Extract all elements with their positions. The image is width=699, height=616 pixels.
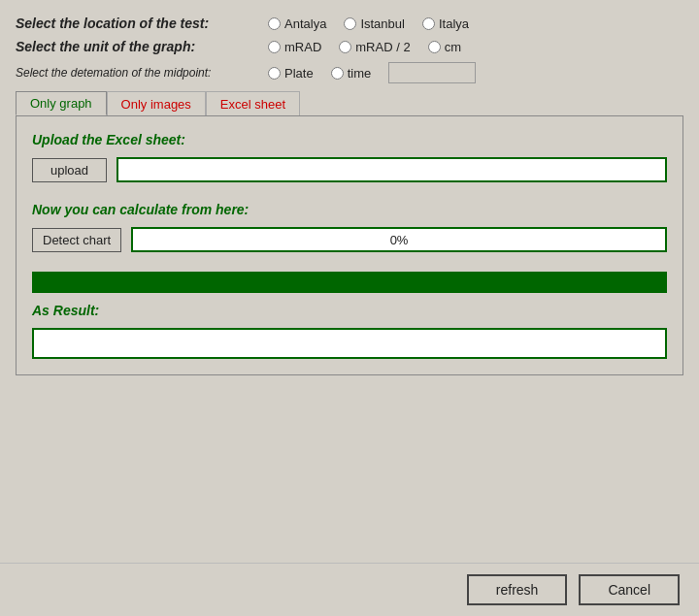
location-istanbul[interactable]: Istanbul xyxy=(344,16,405,31)
unit-cm-radio[interactable] xyxy=(428,41,441,53)
tabs: Only graph Only images Excel sheet xyxy=(16,91,683,115)
result-section: As Result: xyxy=(32,303,667,359)
detemation-time-radio[interactable] xyxy=(331,67,344,80)
detemation-time[interactable]: time xyxy=(331,66,372,81)
calculate-label: Now you can calculate from here: xyxy=(32,202,667,217)
unit-mrad-label: mRAD xyxy=(284,40,321,54)
progress-container: Detect chart 0% xyxy=(32,227,667,252)
unit-row: Select the unit of the graph: mRAD mRAD … xyxy=(16,39,683,54)
location-radio-group: Antalya Istanbul Italya xyxy=(268,16,469,31)
unit-mrad[interactable]: mRAD xyxy=(268,40,321,54)
location-italya[interactable]: Italya xyxy=(422,16,469,31)
cancel-button[interactable]: Cancel xyxy=(579,574,680,605)
location-italya-radio[interactable] xyxy=(422,17,435,30)
location-antalya-label: Antalya xyxy=(284,16,326,31)
upload-button[interactable]: upload xyxy=(32,158,107,182)
location-italya-label: Italya xyxy=(439,16,469,31)
unit-mrad2[interactable]: mRAD / 2 xyxy=(339,40,410,54)
location-label: Select the location of the test: xyxy=(16,16,268,31)
green-progress-bar xyxy=(32,272,667,293)
detemation-plate[interactable]: Plate xyxy=(268,66,314,81)
unit-label: Select the unit of the graph: xyxy=(16,39,268,54)
detemation-radio-group: Plate time xyxy=(268,62,476,83)
unit-mrad2-label: mRAD / 2 xyxy=(355,40,410,54)
result-input[interactable] xyxy=(32,328,667,359)
tab-panel: Upload the Excel sheet: upload Now you c… xyxy=(16,115,683,375)
location-istanbul-label: Istanbul xyxy=(360,16,405,31)
unit-mrad2-radio[interactable] xyxy=(339,41,351,53)
progress-text: 0% xyxy=(390,233,409,247)
detemation-label: Select the detemation of the midpoint: xyxy=(16,66,268,80)
unit-mrad-radio[interactable] xyxy=(268,41,281,53)
tab-only-graph[interactable]: Only graph xyxy=(16,91,107,115)
unit-cm[interactable]: cm xyxy=(428,40,461,54)
tab-only-images[interactable]: Only images xyxy=(107,91,206,115)
main-window: Select the location of the test: Antalya… xyxy=(0,0,699,616)
unit-cm-label: cm xyxy=(445,40,461,54)
location-istanbul-radio[interactable] xyxy=(344,17,356,30)
detemation-row: Select the detemation of the midpoint: P… xyxy=(16,62,683,83)
tabs-wrapper: Only graph Only images Excel sheet Uploa… xyxy=(16,91,683,375)
location-antalya[interactable]: Antalya xyxy=(268,16,326,31)
tab-excel-sheet[interactable]: Excel sheet xyxy=(206,91,300,115)
file-input-display[interactable] xyxy=(116,157,667,182)
refresh-button[interactable]: refresh xyxy=(467,574,568,605)
detect-chart-button[interactable]: Detect chart xyxy=(32,228,121,252)
detemation-time-label: time xyxy=(348,66,372,81)
bottom-bar: refresh Cancel xyxy=(0,563,699,616)
progress-bar-wrapper: 0% xyxy=(131,227,667,252)
result-label: As Result: xyxy=(32,303,667,318)
detemation-plate-label: Plate xyxy=(284,66,314,81)
location-row: Select the location of the test: Antalya… xyxy=(16,16,683,31)
upload-label: Upload the Excel sheet: xyxy=(32,132,667,147)
location-antalya-radio[interactable] xyxy=(268,17,281,30)
detemation-plate-radio[interactable] xyxy=(268,67,281,80)
upload-row: upload xyxy=(32,157,667,182)
unit-radio-group: mRAD mRAD / 2 cm xyxy=(268,40,461,54)
detemation-text-input[interactable] xyxy=(388,62,476,83)
